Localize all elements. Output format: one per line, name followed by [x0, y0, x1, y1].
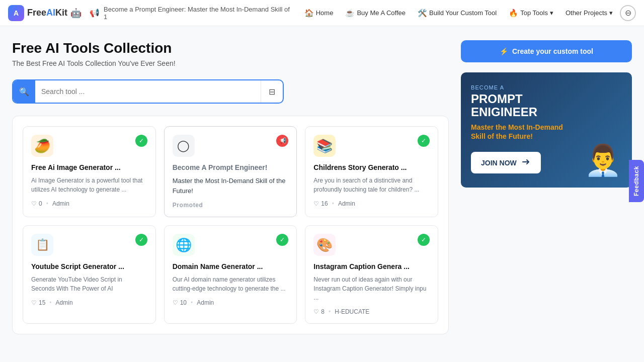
- arrow-icon: [521, 157, 531, 168]
- likes-number: 8: [321, 308, 325, 315]
- left-column: Free AI Tools Collection The Best Free A…: [12, 40, 449, 334]
- tool-title: Domain Name Generator ...: [173, 262, 289, 271]
- right-column: ⚡ Create your custom tool BECOME A PROMP…: [461, 40, 632, 334]
- verified-badge: ✓: [418, 234, 430, 246]
- tool-icon-domain: 🌐: [173, 234, 195, 256]
- tool-icon: 🛠️: [418, 9, 427, 18]
- tool-title: Free Ai Image Generator ...: [31, 163, 147, 172]
- feedback-button[interactable]: Feedback: [629, 160, 644, 202]
- chevron-down-icon: ▾: [550, 9, 553, 17]
- verified-badge: ✓: [135, 135, 147, 147]
- feedback-sidebar: Feedback: [629, 160, 644, 202]
- logo[interactable]: A FreeAIKit 🤖: [8, 5, 82, 21]
- separator: •: [191, 299, 193, 306]
- home-icon: 🏠: [304, 9, 314, 18]
- tools-grid: 🥭 ✓ Free Ai Image Generator ... Ai Image…: [23, 126, 438, 324]
- nav-home[interactable]: 🏠 Home: [299, 6, 339, 21]
- nav-top-tools[interactable]: 🔥 Top Tools ▾: [504, 6, 558, 21]
- card-header: 📚 ✓: [313, 135, 430, 157]
- lightning-icon: ⚡: [500, 47, 508, 55]
- card-footer: ♡ 16 • Admin: [313, 200, 430, 207]
- main-layout: Free AI Tools Collection The Best Free A…: [0, 26, 644, 348]
- join-label: JOIN NOW: [481, 159, 517, 167]
- promo-headline: PROMPTENIGINEER: [471, 93, 622, 119]
- tool-card-instagram[interactable]: 🎨 ✓ Instagram Caption Genera ... Never r…: [305, 225, 438, 324]
- tool-description: Never run out of ideas again with our In…: [313, 275, 430, 302]
- like-count[interactable]: ♡ 15: [31, 299, 45, 306]
- like-count[interactable]: ♡ 10: [173, 299, 187, 306]
- tool-title: Youtube Script Generator ...: [31, 262, 147, 271]
- nav-links: 🏠 Home ☕ Buy Me A Coffee 🛠️ Build Your C…: [299, 5, 636, 21]
- card-footer: ♡ 15 • Admin: [31, 299, 147, 306]
- tool-title: Become A Prompt Engineer!: [173, 163, 289, 172]
- tool-card-ai-image-gen[interactable]: 🥭 ✓ Free Ai Image Generator ... Ai Image…: [23, 126, 156, 217]
- promo-banner[interactable]: BECOME A PROMPTENIGINEER Master the Most…: [461, 72, 632, 188]
- nav-coffee[interactable]: ☕ Buy Me A Coffee: [340, 6, 411, 21]
- tool-title: Instagram Caption Genera ...: [313, 262, 430, 271]
- like-count[interactable]: ♡ 8: [313, 308, 325, 315]
- card-footer: ♡ 10 • Admin: [173, 299, 289, 306]
- promo-person-icon: 👨‍💼: [584, 145, 622, 175]
- author-name: H-EDUCATE: [335, 308, 369, 315]
- verified-badge: ✓: [276, 234, 288, 246]
- coffee-icon: ☕: [345, 9, 355, 18]
- separator: •: [329, 308, 331, 315]
- separator: •: [332, 200, 334, 207]
- promo-subheadline: Master the Most In-Demand: [471, 123, 622, 131]
- tools-container: 🥭 ✓ Free Ai Image Generator ... Ai Image…: [12, 116, 449, 334]
- search-button[interactable]: 🔍: [13, 80, 35, 103]
- page-header: Free AI Tools Collection The Best Free A…: [12, 40, 449, 67]
- create-btn-label: Create your custom tool: [512, 47, 593, 55]
- robot-icon: 🤖: [70, 8, 82, 19]
- promo-subheadline2: Skill of the Future!: [471, 132, 622, 140]
- tool-icon-youtube: 📋: [31, 234, 53, 256]
- author-name: Admin: [338, 200, 355, 207]
- author-name: Admin: [56, 299, 73, 306]
- likes-number: 0: [39, 200, 42, 207]
- tool-description: Master the Most In-Demand Skill of the F…: [173, 176, 289, 196]
- nav-custom[interactable]: 🛠️ Build Your Custom Tool: [413, 6, 502, 21]
- login-icon: ⊖: [625, 8, 631, 18]
- nav-custom-label: Build Your Custom Tool: [429, 9, 497, 17]
- filter-icon: ⊟: [269, 87, 275, 97]
- heart-icon: ♡: [313, 200, 319, 207]
- heart-icon: ♡: [173, 299, 178, 306]
- likes-number: 15: [39, 299, 45, 306]
- heart-icon: ♡: [31, 299, 37, 306]
- nav-coffee-label: Buy Me A Coffee: [357, 9, 406, 17]
- promo-tag: BECOME A: [471, 84, 622, 90]
- heart-icon: ♡: [313, 308, 319, 315]
- marquee-banner[interactable]: 📢 Become a Prompt Engineer: Master the M…: [90, 6, 291, 21]
- search-input[interactable]: [35, 87, 261, 96]
- create-custom-tool-button[interactable]: ⚡ Create your custom tool: [461, 40, 632, 62]
- tool-card-prompt-engineer[interactable]: ◯ 📢 Become A Prompt Engineer! Master the…: [164, 126, 297, 217]
- fire-icon: 🔥: [509, 9, 518, 18]
- navbar: A FreeAIKit 🤖 📢 Become a Prompt Engineer…: [0, 0, 644, 26]
- tool-card-childrens-story[interactable]: 📚 ✓ Childrens Story Generato ... Are you…: [305, 126, 438, 217]
- filter-button[interactable]: ⊟: [261, 80, 283, 103]
- nav-home-label: Home: [316, 9, 334, 17]
- search-icon: 🔍: [19, 87, 29, 97]
- heart-icon: ♡: [31, 200, 37, 207]
- marquee-text: Become a Prompt Engineer: Master the Mos…: [104, 6, 291, 21]
- tool-card-youtube-script[interactable]: 📋 ✓ Youtube Script Generator ... Generat…: [23, 225, 156, 324]
- logo-icon: A: [8, 5, 24, 21]
- chevron-down-icon-other: ▾: [609, 9, 613, 17]
- logo-symbol: A: [14, 9, 19, 17]
- card-header: 🌐 ✓: [173, 234, 289, 256]
- logo-text: FreeAIKit: [27, 8, 67, 18]
- tool-icon-instagram: 🎨: [313, 234, 336, 256]
- like-count[interactable]: ♡ 16: [313, 200, 328, 207]
- nav-other[interactable]: Other Projects ▾: [560, 6, 618, 20]
- author-name: Admin: [52, 200, 69, 207]
- nav-login[interactable]: ⊖: [620, 5, 636, 21]
- tool-card-domain-name[interactable]: 🌐 ✓ Domain Name Generator ... Our AI dom…: [164, 225, 297, 324]
- search-bar: 🔍 ⊟: [12, 79, 284, 104]
- promoted-label: Promoted: [173, 202, 289, 209]
- card-header: ◯ 📢: [173, 135, 289, 157]
- card-footer: ♡ 0 • Admin: [31, 200, 147, 207]
- like-count[interactable]: ♡ 0: [31, 200, 42, 207]
- tool-icon-story: 📚: [313, 135, 336, 157]
- tool-description: Ai Image Generator is a powerful tool th…: [31, 176, 147, 194]
- promo-join-button[interactable]: JOIN NOW: [471, 152, 541, 173]
